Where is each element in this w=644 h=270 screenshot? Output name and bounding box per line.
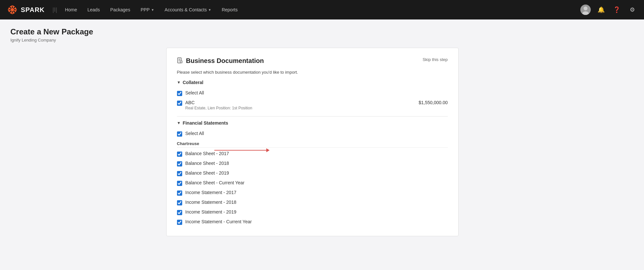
bs-2018-checkbox[interactable] [177, 161, 182, 166]
is-2017-label: Income Statement - 2017 [185, 190, 448, 195]
financial-item-bs-current: Balance Sheet - Current Year [177, 178, 448, 188]
main-content: Skip this step Business Documentati [0, 48, 644, 247]
brand-name: SPARK [21, 6, 45, 14]
financial-statements-group-header[interactable]: ▼ Financial Statements [177, 120, 448, 126]
svg-marker-5 [12, 11, 15, 14]
collateral-select-all-checkbox[interactable] [177, 91, 182, 96]
collateral-item-abc: ABC Real Estate, Lien Position: 1st Posi… [177, 98, 448, 112]
financial-item-is-2017: Income Statement - 2017 [177, 188, 448, 198]
svg-marker-4 [10, 11, 12, 14]
business-documentation-card: Skip this step Business Documentati [166, 48, 459, 236]
svg-point-10 [584, 6, 587, 10]
nav-ppp[interactable]: PPP ▼ [137, 5, 158, 15]
svg-marker-2 [14, 10, 17, 12]
collateral-chevron-icon: ▼ [177, 80, 181, 85]
skip-step-link[interactable]: Skip this step [423, 57, 448, 62]
financial-item-is-2019: Income Statement - 2019 [177, 207, 448, 217]
accounts-chevron-icon: ▼ [208, 8, 211, 12]
nav-accounts-contacts[interactable]: Accounts & Contacts ▼ [161, 5, 215, 15]
svg-marker-6 [8, 7, 11, 10]
brand-logo[interactable]: SPARK [6, 4, 45, 16]
navbar-right: 🔔 ❓ ⚙ [580, 5, 638, 15]
collateral-group-label: Collateral [183, 80, 203, 85]
svg-point-8 [11, 8, 14, 11]
nav-reports[interactable]: Reports [218, 5, 242, 15]
navbar: SPARK |I| Home Leads Packages PPP ▼ Acco… [0, 0, 644, 19]
arrow-annotation [214, 148, 270, 152]
bs-2018-label: Balance Sheet - 2018 [185, 161, 448, 166]
is-2018-label: Income Statement - 2018 [185, 200, 448, 205]
is-current-label: Income Statement - Current Year [185, 219, 448, 224]
nav-packages[interactable]: Packages [106, 5, 134, 15]
collateral-group-header[interactable]: ▼ Collateral [177, 80, 448, 85]
financial-item-is-2018: Income Statement - 2018 [177, 198, 448, 207]
is-2019-label: Income Statement - 2019 [185, 209, 448, 215]
financial-select-all-label: Select All [185, 131, 448, 136]
section-header: Business Documentation [177, 57, 448, 65]
financial-select-all-row: Select All [177, 129, 448, 139]
arrow-line [214, 150, 266, 151]
bs-current-checkbox[interactable] [177, 181, 182, 186]
nav-home[interactable]: Home [61, 5, 81, 15]
financial-chevron-icon: ▼ [177, 121, 181, 125]
is-current-checkbox[interactable] [177, 220, 182, 225]
collateral-abc-amount: $1,550,000.00 [419, 100, 448, 105]
nav-leads[interactable]: Leads [83, 5, 104, 15]
page-header: Create a New Package Ignify Lending Comp… [0, 19, 644, 48]
svg-marker-3 [14, 7, 17, 10]
sub-group-chartreuse-label: Chartreuse [177, 139, 448, 148]
is-2018-checkbox[interactable] [177, 200, 182, 205]
bs-2019-checkbox[interactable] [177, 171, 182, 176]
financial-select-all-checkbox[interactable] [177, 131, 182, 137]
collateral-abc-label: ABC [185, 100, 415, 105]
svg-marker-0 [12, 5, 15, 8]
notifications-icon[interactable]: 🔔 [596, 5, 606, 15]
section-description: Please select which business documentati… [177, 70, 448, 75]
svg-marker-7 [8, 10, 11, 12]
user-avatar[interactable] [580, 5, 591, 15]
financial-item-bs-2018: Balance Sheet - 2018 [177, 159, 448, 168]
page-subtitle: Ignify Lending Company [10, 38, 634, 43]
settings-icon[interactable]: ⚙ [627, 5, 638, 15]
nav-divider: |I| [53, 6, 57, 13]
is-2017-checkbox[interactable] [177, 190, 182, 196]
page-title: Create a New Package [10, 27, 634, 36]
is-2019-checkbox[interactable] [177, 210, 182, 215]
collateral-abc-checkbox[interactable] [177, 101, 182, 106]
financial-item-is-current: Income Statement - Current Year [177, 217, 448, 227]
help-icon[interactable]: ❓ [612, 5, 622, 15]
ppp-chevron-icon: ▼ [151, 8, 154, 12]
collateral-select-all-label: Select All [185, 90, 448, 95]
bs-2017-checkbox[interactable] [177, 152, 182, 157]
bs-current-label: Balance Sheet - Current Year [185, 180, 448, 185]
section-title: Business Documentation [186, 57, 264, 65]
divider-1 [177, 116, 448, 117]
bs-2019-label: Balance Sheet - 2019 [185, 170, 448, 176]
collateral-select-all-row: Select All [177, 88, 448, 98]
financial-statements-label: Financial Statements [183, 120, 228, 126]
document-icon [177, 57, 183, 65]
svg-marker-1 [10, 5, 12, 8]
financial-item-bs-2019: Balance Sheet - 2019 [177, 168, 448, 178]
arrow-head [266, 148, 270, 152]
collateral-abc-sub: Real Estate, Lien Position: 1st Position [185, 106, 415, 110]
